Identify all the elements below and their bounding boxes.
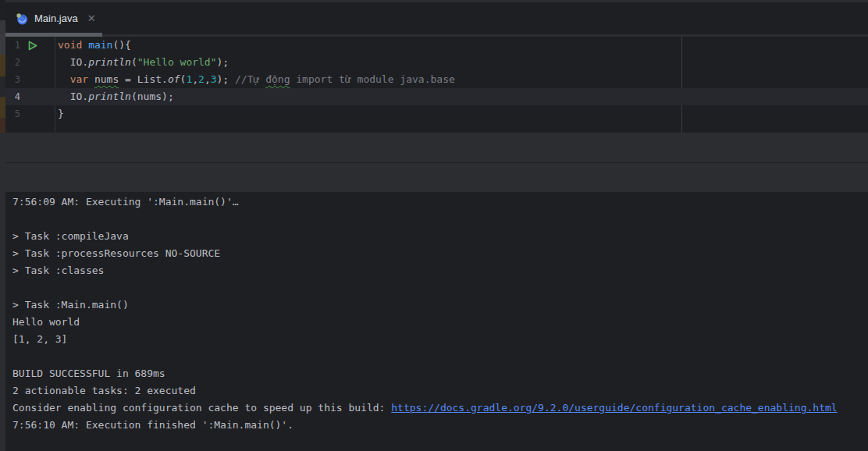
active-tab-indicator <box>5 33 102 37</box>
editor-pane[interactable]: 1void main(){2 IO.println("Hello world")… <box>0 37 868 133</box>
code-line[interactable]: 5} <box>0 105 868 123</box>
edge-artifact <box>0 76 5 97</box>
panel-separator-band-top <box>0 133 868 162</box>
console-line <box>0 348 868 365</box>
console-line: 7:56:10 AM: Execution finished ':Main.ma… <box>0 417 868 434</box>
panel-separator-band-bottom <box>0 163 868 192</box>
editor-tab-bar: Main.java ✕ <box>5 2 868 34</box>
code-line[interactable]: 1void main(){ <box>0 37 868 54</box>
console-line <box>0 211 868 228</box>
code-line[interactable]: 2 IO.println("Hello world"); <box>0 54 868 71</box>
console-line: 7:56:09 AM: Executing ':Main.main()'… <box>0 194 868 211</box>
code-line-text: void main(){ <box>55 37 131 54</box>
code-line-text: IO.println(nums); <box>55 88 174 105</box>
gutter-cell: 5 <box>0 105 55 123</box>
console-line: 2 actionable tasks: 2 executed <box>0 382 868 400</box>
left-edge-strip <box>0 0 5 451</box>
tab-main-java[interactable]: Main.java ✕ <box>5 2 105 34</box>
console-line-text: Consider enabling configuration cache to… <box>12 402 391 414</box>
edge-artifact <box>0 20 5 34</box>
run-console[interactable]: 7:56:09 AM: Executing ':Main.main()'… > … <box>0 192 868 451</box>
console-line: Consider enabling configuration cache to… <box>0 400 868 417</box>
edge-artifact <box>0 34 5 55</box>
tab-close-icon[interactable]: ✕ <box>87 13 96 23</box>
edge-artifact <box>0 97 5 118</box>
console-line: Hello world <box>0 314 868 331</box>
gutter-cell: 1 <box>0 37 55 54</box>
gradle-doc-link[interactable]: https://docs.gradle.org/9.2.0/userguide/… <box>391 402 837 414</box>
edge-artifact <box>0 55 5 76</box>
console-line: > Task :Main.main() <box>0 297 868 314</box>
console-line: > Task :compileJava <box>0 228 868 245</box>
ide-window: Main.java ✕ 1void main(){2 IO.println("H… <box>0 0 868 451</box>
run-gutter-icon[interactable] <box>27 37 42 54</box>
console-line: > Task :classes <box>0 262 868 279</box>
gutter-spacer <box>27 88 42 105</box>
edge-artifact <box>0 0 5 20</box>
console-line: [1, 2, 3] <box>0 331 868 348</box>
tab-label: Main.java <box>34 12 78 24</box>
console-line: BUILD SUCCESSFUL in 689ms <box>0 365 868 382</box>
code-line-text: IO.println("Hello world"); <box>55 54 229 71</box>
java-class-icon <box>16 12 28 25</box>
code-line[interactable]: 3 var nums = List.of(1,2,3); //Tự động i… <box>0 71 868 88</box>
code-area: 1void main(){2 IO.println("Hello world")… <box>0 37 868 123</box>
code-line-text: } <box>55 105 64 123</box>
gutter-spacer <box>27 71 42 88</box>
gutter-cell: 4 <box>0 88 55 105</box>
edge-artifact <box>0 118 5 133</box>
gutter-cell: 2 <box>0 54 55 71</box>
edge-artifact <box>0 133 5 451</box>
gutter-cell: 3 <box>0 71 55 88</box>
gutter-spacer <box>27 54 42 71</box>
code-line-text: var nums = List.of(1,2,3); //Tự động imp… <box>55 71 455 88</box>
console-line <box>0 279 868 297</box>
console-line: > Task :processResources NO-SOURCE <box>0 245 868 262</box>
code-line[interactable]: 4 IO.println(nums); <box>0 88 868 105</box>
gutter-spacer <box>27 105 42 123</box>
